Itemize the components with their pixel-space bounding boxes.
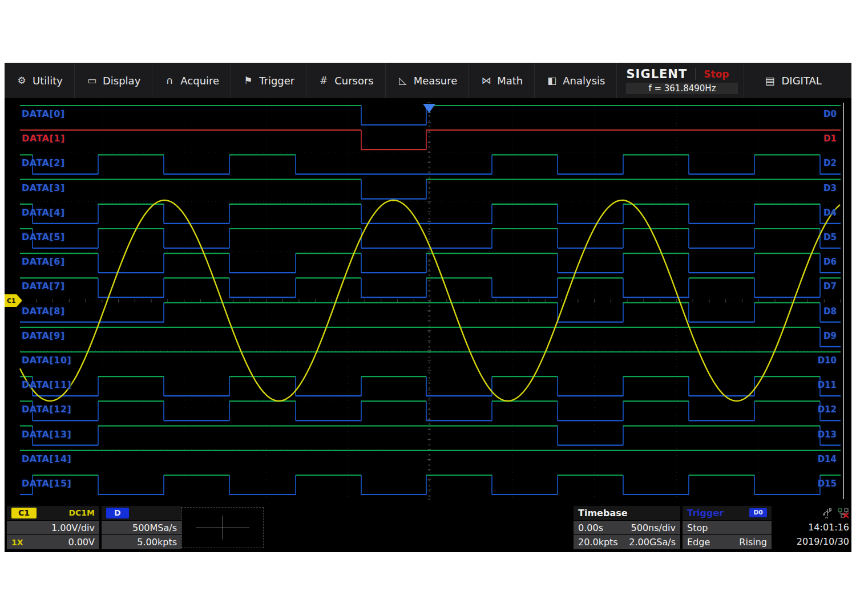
menu-label: Analysis bbox=[563, 75, 605, 87]
trigger-status: Stop bbox=[687, 522, 708, 533]
digital-channel-label-D4[interactable]: DATA[4] bbox=[22, 208, 65, 218]
acquisition-status: Stop bbox=[704, 68, 729, 80]
digital-channel-badge[interactable]: D bbox=[106, 508, 129, 518]
digital-channel-label-D7[interactable]: DATA[7] bbox=[22, 281, 65, 291]
digital-channel-right-label-D9: D9 bbox=[823, 331, 837, 341]
waveform-display-area: C1 DATA[0]D0DATA[1]D1DATA[2]D2DATA[3]D3D… bbox=[5, 98, 851, 504]
timebase-title: Timebase bbox=[578, 508, 628, 518]
trigger-slope: Rising bbox=[739, 537, 767, 548]
digital-channel-right-label-D12: D12 bbox=[818, 404, 837, 415]
trigger-source-badge[interactable]: D0 bbox=[749, 508, 767, 517]
timebase-scale: 500ns/div bbox=[631, 522, 676, 533]
menu-label: Math bbox=[497, 75, 523, 87]
digital-channel-label-D14[interactable]: DATA[14] bbox=[22, 454, 71, 464]
digital-channel-right-label-D4: D4 bbox=[823, 208, 837, 218]
menu-item-cursors[interactable]: # Cursors bbox=[306, 63, 386, 98]
siglent-logo: SIGLENT bbox=[626, 67, 687, 81]
trigger-title: Trigger bbox=[687, 508, 724, 518]
digital-channel-right-label-D13: D13 bbox=[818, 429, 837, 440]
menu-item-measure[interactable]: ◺ Measure bbox=[386, 63, 470, 98]
menu-item-trigger[interactable]: ⚑ Trigger bbox=[231, 63, 306, 98]
timebase-points: 20.0kpts bbox=[578, 537, 618, 548]
digital-channel-label-D13[interactable]: DATA[13] bbox=[22, 429, 71, 440]
cursors-crosshatch-icon: # bbox=[318, 75, 329, 86]
menu-label: Acquire bbox=[180, 75, 219, 87]
menu-item-digital[interactable]: ▤ DIGITAL bbox=[748, 63, 836, 98]
frequency-counter-readout: f = 361.8490Hz bbox=[626, 83, 738, 94]
gear-icon: ⚙ bbox=[16, 75, 27, 86]
datetime-panel[interactable]: 14:01:16 2019/10/30 bbox=[774, 506, 851, 549]
digital-channel-label-D9[interactable]: DATA[9] bbox=[22, 331, 65, 341]
c1-offset: 0.00V bbox=[68, 537, 95, 548]
timebase-sample-rate: 2.00GSa/s bbox=[629, 537, 676, 548]
c1-channel-badge[interactable]: C1 bbox=[11, 508, 37, 518]
digital-channel-right-label-D15: D15 bbox=[818, 479, 837, 489]
flag-icon: ⚑ bbox=[243, 75, 254, 86]
bottom-status-bar: C1 DC1M 1.00V/div 1X 0.00V D 500MSa/s 5.… bbox=[5, 504, 851, 552]
digital-channel-label-D0[interactable]: DATA[0] bbox=[22, 109, 65, 119]
digital-channel-label-D8[interactable]: DATA[8] bbox=[22, 306, 65, 317]
digital-channel-right-label-D14: D14 bbox=[818, 454, 837, 464]
digital-channel-label-D1[interactable]: DATA[1] bbox=[22, 133, 65, 144]
clock-time: 14:01:16 bbox=[808, 522, 849, 533]
timebase-delay: 0.00s bbox=[578, 522, 603, 533]
trigger-panel[interactable]: Trigger D0 Stop Edge Rising bbox=[683, 506, 772, 549]
digital-chip-icon: ▤ bbox=[765, 75, 774, 87]
timebase-panel[interactable]: Timebase 0.00s 500ns/div 20.0kpts 2.00GS… bbox=[574, 506, 680, 549]
digital-channel-right-label-D5: D5 bbox=[823, 232, 837, 242]
menu-label: Utility bbox=[33, 75, 63, 87]
monitor-icon: ▭ bbox=[86, 75, 98, 86]
digital-channel-label-D12[interactable]: DATA[12] bbox=[22, 404, 71, 415]
menu-item-display[interactable]: ▭ Display bbox=[75, 63, 152, 98]
empty-channel-slot[interactable] bbox=[181, 507, 264, 548]
digital-channel-right-label-D1: D1 bbox=[823, 133, 837, 144]
digital-channel-label-D3[interactable]: DATA[3] bbox=[22, 183, 65, 193]
top-menu-bar: ⚙ Utility ▭ Display ∩ Acquire ⚑ Trigger … bbox=[5, 63, 851, 98]
lan-network-icon-disconnected bbox=[838, 508, 849, 518]
digital-channel-right-label-D10: D10 bbox=[818, 355, 837, 366]
digital-channel-right-label-D11: D11 bbox=[818, 380, 837, 390]
clock-date: 2019/10/30 bbox=[797, 536, 849, 547]
trigger-type: Edge bbox=[687, 537, 710, 548]
math-bowtie-icon: ⋈ bbox=[481, 75, 492, 86]
divider bbox=[695, 68, 696, 80]
ruler-triangle-icon: ◺ bbox=[397, 75, 409, 86]
digital-channel-right-label-D8: D8 bbox=[823, 306, 837, 317]
c1-probe-attenuation: 1X bbox=[11, 538, 23, 547]
acquire-wave-icon: ∩ bbox=[164, 75, 175, 86]
c1-vertical-scale: 1.00V/div bbox=[51, 522, 95, 533]
digital-channel-label-D15[interactable]: DATA[15] bbox=[22, 479, 71, 489]
digital-channel-right-label-D2: D2 bbox=[823, 158, 837, 168]
digital-sample-rate: 500MSa/s bbox=[132, 522, 177, 533]
menu-label: Cursors bbox=[334, 75, 374, 87]
digital-memory-depth: 5.00kpts bbox=[137, 537, 177, 548]
channel1-descriptor-panel[interactable]: C1 DC1M 1.00V/div 1X 0.00V bbox=[7, 506, 99, 549]
menu-item-math[interactable]: ⋈ Math bbox=[469, 63, 535, 98]
waveform-plot bbox=[5, 98, 851, 504]
menu-item-analysis[interactable]: ◧ Analysis bbox=[535, 63, 617, 98]
digital-channel-right-label-D0: D0 bbox=[823, 109, 837, 119]
digital-channel-label-D11[interactable]: DATA[11] bbox=[22, 380, 71, 390]
digital-descriptor-panel[interactable]: D 500MSa/s 5.00kpts bbox=[102, 506, 181, 549]
menu-label: Measure bbox=[414, 75, 458, 87]
c1-coupling: DC1M bbox=[68, 508, 95, 517]
digital-channel-label-D5[interactable]: DATA[5] bbox=[22, 232, 65, 242]
oscilloscope-screen: ⚙ Utility ▭ Display ∩ Acquire ⚑ Trigger … bbox=[5, 63, 851, 552]
menu-item-utility[interactable]: ⚙ Utility bbox=[5, 63, 75, 98]
usb-icon bbox=[823, 508, 832, 518]
digital-channel-right-label-D3: D3 bbox=[823, 183, 837, 193]
menu-label: Display bbox=[103, 75, 140, 87]
menu-label: DIGITAL bbox=[781, 75, 821, 87]
digital-channel-right-label-D6: D6 bbox=[823, 257, 837, 267]
trigger-position-marker[interactable] bbox=[423, 104, 435, 113]
analysis-chart-icon: ◧ bbox=[546, 75, 558, 86]
digital-channel-label-D6[interactable]: DATA[6] bbox=[22, 257, 65, 267]
digital-channel-label-D2[interactable]: DATA[2] bbox=[22, 158, 65, 168]
digital-channel-right-label-D7: D7 bbox=[823, 281, 837, 291]
menu-item-acquire[interactable]: ∩ Acquire bbox=[152, 63, 231, 98]
menu-label: Trigger bbox=[259, 75, 294, 87]
digital-channel-label-D10[interactable]: DATA[10] bbox=[22, 355, 71, 366]
logo-status-block: SIGLENT Stop f = 361.8490Hz bbox=[617, 63, 744, 98]
